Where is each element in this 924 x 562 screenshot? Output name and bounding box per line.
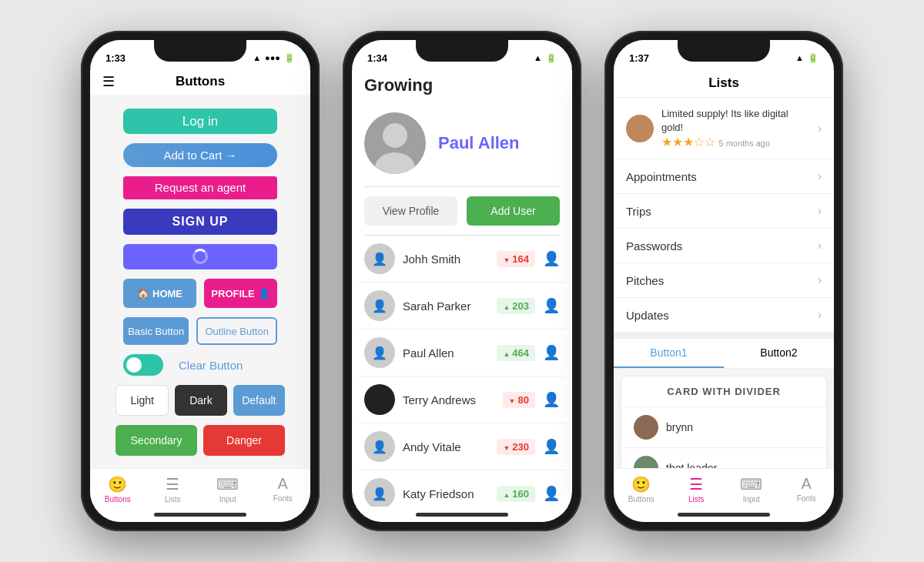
tab-lists[interactable]: ☰ Lists bbox=[669, 475, 725, 503]
tab-fonts[interactable]: A Fonts bbox=[779, 475, 835, 503]
basic-button[interactable]: Basic Button bbox=[123, 317, 189, 345]
review-stars: ★★★☆☆ bbox=[661, 135, 715, 149]
tab-button2[interactable]: Button2 bbox=[724, 339, 834, 368]
add-user-button[interactable]: Add User bbox=[467, 196, 560, 226]
input-icon: ⌨ bbox=[740, 475, 762, 493]
input-icon: ⌨ bbox=[216, 475, 239, 493]
card-section: CARD WITH DIVIDER brynn thot leader jsa bbox=[614, 369, 834, 468]
change-badge: 464 bbox=[497, 345, 535, 361]
tab-bar: 🙂 Buttons ☰ Lists ⌨ Input A Fonts bbox=[90, 468, 310, 507]
toggle-dot bbox=[126, 357, 142, 373]
phone-buttons: 1:33 ▲ ●●● 🔋 ☰ Buttons Log in Add to Car… bbox=[81, 31, 320, 531]
user-icon[interactable]: 👤 bbox=[543, 391, 560, 408]
user-icon[interactable]: 👤 bbox=[543, 485, 560, 502]
danger-button[interactable]: Danger bbox=[203, 425, 285, 456]
profile-name: Paul Allen bbox=[438, 133, 520, 153]
clear-button[interactable]: Clear Button bbox=[179, 359, 243, 372]
list-item-appointments[interactable]: Appointments › bbox=[614, 159, 834, 194]
add-to-cart-button[interactable]: Add to Cart → bbox=[123, 143, 277, 166]
user-icon[interactable]: 👤 bbox=[543, 344, 560, 361]
user-icon[interactable]: 👤 bbox=[543, 250, 560, 267]
list-item-pitches[interactable]: Pitches › bbox=[614, 263, 834, 298]
change-badge: 203 bbox=[497, 298, 535, 314]
user-icon[interactable]: 👤 bbox=[543, 297, 560, 314]
page-title: Buttons bbox=[176, 74, 225, 89]
card-list-item[interactable]: thot leader bbox=[621, 448, 826, 468]
card-item-name: thot leader bbox=[666, 462, 717, 468]
chevron-right-icon: › bbox=[818, 122, 822, 135]
default-button[interactable]: Default bbox=[233, 385, 285, 416]
secondary-danger-row: Secondary Danger bbox=[116, 425, 285, 456]
status-icons: ▲ 🔋 bbox=[795, 53, 819, 63]
dark-button[interactable]: Dark bbox=[175, 385, 226, 416]
tab-fonts[interactable]: A Fonts bbox=[256, 475, 311, 503]
section-divider bbox=[614, 333, 834, 339]
change-badge: 160 bbox=[497, 486, 535, 502]
request-agent-button[interactable]: Request an agent bbox=[123, 176, 277, 199]
home-button[interactable]: 🏠 HOME bbox=[123, 279, 196, 308]
tab-lists[interactable]: ☰ Lists bbox=[146, 475, 201, 503]
buttons-list: Log in Add to Cart → Request an agent SI… bbox=[90, 96, 310, 468]
signup-button[interactable]: SIGN UP bbox=[123, 209, 277, 234]
fonts-icon: A bbox=[278, 475, 288, 493]
time-display: 1:33 bbox=[105, 52, 126, 64]
home-indicator bbox=[614, 507, 834, 522]
user-row: 👤 Paul Allen 464 👤 bbox=[358, 330, 566, 376]
list-item-updates[interactable]: Updates › bbox=[614, 298, 834, 333]
home-profile-row: 🏠 HOME PROFILE 👤 bbox=[123, 279, 277, 308]
change-badge: 230 bbox=[497, 439, 535, 455]
home-bar bbox=[678, 513, 770, 517]
loading-spinner bbox=[192, 249, 208, 264]
card-with-divider: CARD WITH DIVIDER brynn thot leader jsa bbox=[621, 376, 826, 468]
header-bar: ☰ Buttons bbox=[90, 68, 310, 96]
view-profile-button[interactable]: View Profile bbox=[364, 196, 457, 226]
tab-buttons[interactable]: 🙂 Buttons bbox=[90, 475, 146, 503]
user-row: 👤 Andy Vitale 230 👤 bbox=[358, 423, 566, 470]
tab-button1[interactable]: Button1 bbox=[614, 339, 724, 368]
avatar bbox=[364, 384, 395, 415]
toggle-button[interactable] bbox=[123, 354, 163, 376]
outline-button[interactable]: Outline Button bbox=[196, 317, 277, 345]
card-list-item[interactable]: brynn bbox=[621, 407, 826, 448]
tab-input[interactable]: ⌨ Input bbox=[724, 475, 779, 503]
smiley-icon: 🙂 bbox=[108, 475, 127, 493]
avatar: 👤 bbox=[364, 431, 395, 462]
home-indicator bbox=[90, 507, 310, 522]
menu-icon[interactable]: ☰ bbox=[102, 73, 115, 90]
card-title: CARD WITH DIVIDER bbox=[621, 376, 826, 407]
user-name: Paul Allen bbox=[403, 346, 489, 360]
fonts-icon: A bbox=[802, 475, 812, 493]
battery-icon: 🔋 bbox=[808, 53, 819, 63]
tab-input[interactable]: ⌨ Input bbox=[200, 475, 256, 503]
list-label: Pitches bbox=[626, 274, 664, 287]
smiley-icon: 🙂 bbox=[631, 475, 651, 493]
time-display: 1:34 bbox=[367, 52, 387, 64]
review-content: Limited supply! Its like digital gold! ★… bbox=[661, 107, 810, 149]
notch bbox=[154, 40, 246, 62]
user-icon[interactable]: 👤 bbox=[543, 438, 560, 455]
battery-icon: 🔋 bbox=[546, 53, 557, 63]
user-row: Terry Andrews 80 👤 bbox=[358, 376, 566, 423]
user-row: 👤 Johh Smith 164 👤 bbox=[358, 236, 566, 283]
tab-buttons[interactable]: 🙂 Buttons bbox=[614, 475, 669, 503]
loading-button[interactable] bbox=[123, 244, 277, 269]
login-button[interactable]: Log in bbox=[123, 109, 277, 134]
wifi-icon: ▲ bbox=[534, 53, 542, 62]
home-icon: 🏠 bbox=[137, 288, 149, 299]
profile-button[interactable]: PROFILE 👤 bbox=[204, 279, 277, 308]
toggle-clear-row: Clear Button bbox=[123, 354, 277, 376]
arrow-down-icon bbox=[503, 441, 510, 453]
phone-lists: 1:37 ▲ 🔋 Lists Limited supply! Its like … bbox=[604, 31, 843, 531]
review-card[interactable]: Limited supply! Its like digital gold! ★… bbox=[614, 98, 834, 159]
growing-header: Growing bbox=[352, 68, 572, 100]
list-item-passwords[interactable]: Passwords › bbox=[614, 229, 834, 263]
list-icon: ☰ bbox=[166, 475, 179, 493]
light-button[interactable]: Light bbox=[116, 385, 169, 416]
user-row: 👤 Katy Friedson 160 👤 bbox=[358, 470, 566, 507]
profile-actions: View Profile Add User bbox=[352, 187, 572, 235]
list-item-trips[interactable]: Trips › bbox=[614, 194, 834, 229]
user-name: Andy Vitale bbox=[403, 440, 489, 453]
tabs-row: Button1 Button2 bbox=[614, 339, 834, 369]
secondary-button[interactable]: Secondary bbox=[116, 425, 197, 456]
chevron-right-icon: › bbox=[818, 204, 822, 218]
